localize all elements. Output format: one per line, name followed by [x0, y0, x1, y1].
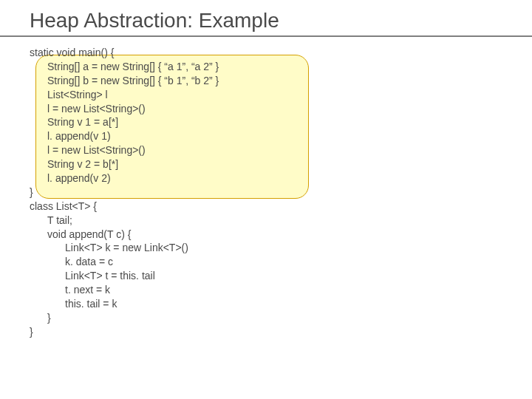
code-line: static void main() {: [30, 46, 219, 60]
code-line: k. data = c: [30, 255, 219, 269]
code-line: List<String> l: [30, 88, 219, 102]
code-block: static void main() { String[] a = new St…: [30, 46, 219, 339]
code-line: l = new List<String>(): [30, 143, 219, 157]
code-line: l. append(v 1): [30, 129, 219, 143]
code-line: Link<T> k = new Link<T>(): [30, 241, 219, 255]
code-line: Link<T> t = this. tail: [30, 269, 219, 283]
code-line: T tail;: [30, 214, 219, 228]
page-title: Heap Abstraction: Example: [30, 9, 279, 33]
code-line: class List<T> {: [30, 200, 219, 214]
code-line: String[] b = new String[] { “b 1”, “b 2”…: [30, 74, 219, 88]
title-underline: [0, 35, 532, 37]
code-line: String v 2 = b[*]: [30, 157, 219, 171]
code-line: }: [30, 185, 219, 200]
code-line: this. tail = k: [30, 297, 219, 311]
code-line: void append(T c) {: [30, 228, 219, 242]
code-line: }: [30, 311, 219, 325]
code-line: t. next = k: [30, 283, 219, 297]
code-line: String[] a = new String[] { “a 1”, “a 2”…: [30, 60, 219, 74]
code-line: l. append(v 2): [30, 171, 219, 185]
code-line: String v 1 = a[*]: [30, 115, 219, 129]
code-line: l = new List<String>(): [30, 102, 219, 116]
code-line: }: [30, 325, 219, 339]
